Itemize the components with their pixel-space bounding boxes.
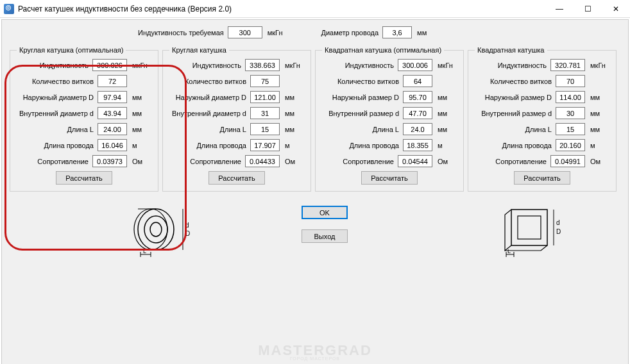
group-title: Круглая катушка	[169, 46, 229, 54]
svg-text:D: D	[185, 230, 190, 237]
required-inductance-input[interactable]	[228, 26, 262, 38]
wire-label: Длина провода	[169, 142, 246, 149]
turns-output[interactable]	[403, 75, 432, 87]
length-output[interactable]	[250, 123, 280, 135]
wire-diameter-input[interactable]	[382, 26, 412, 38]
inductance-label: Индуктивность	[475, 62, 547, 69]
resistance-output[interactable]	[92, 155, 127, 167]
resistance-output[interactable]	[245, 155, 280, 167]
calculate-button[interactable]: Рассчитать	[514, 171, 570, 185]
outer-output[interactable]	[403, 91, 432, 103]
coil-groups: Круглая катушка (оптимальная) Индуктивно…	[10, 46, 620, 192]
outer-label: Наружный размер D	[475, 94, 552, 101]
outer-output[interactable]	[98, 91, 127, 103]
coil-group: Круглая катушка (оптимальная) Индуктивно…	[10, 46, 158, 192]
unit-label: м	[438, 142, 457, 149]
outer-label: Наружный размер D	[322, 94, 399, 101]
unit-label: мм	[132, 126, 151, 133]
turns-output[interactable]	[98, 75, 127, 87]
resistance-label: Сопротивление	[169, 158, 241, 165]
group-title: Квадратная катушка (оптимальная)	[322, 46, 444, 54]
outer-label: Наружный диаметр D	[17, 94, 94, 101]
length-output[interactable]	[98, 123, 127, 135]
titlebar: Расчет катушек индуктивности без сердечн…	[0, 0, 630, 18]
turns-output[interactable]	[556, 75, 585, 87]
wire-label: Длина провода	[17, 142, 94, 149]
turns-output[interactable]	[250, 75, 280, 87]
inner-output[interactable]	[556, 107, 585, 119]
app-icon	[4, 4, 14, 14]
ok-button[interactable]: OK	[302, 206, 348, 219]
unit-label: мкГн	[268, 29, 283, 37]
turns-label: Количество витков	[322, 78, 399, 85]
unit-label: м	[285, 142, 304, 149]
wire-diameter-label: Диаметр провода	[321, 29, 379, 37]
wire-output[interactable]	[556, 139, 585, 151]
length-label: Длина L	[322, 126, 399, 133]
inner-output[interactable]	[250, 107, 280, 119]
svg-rect-12	[518, 216, 541, 239]
svg-point-1	[144, 216, 167, 243]
top-inputs: Индуктивность требуемая мкГн Диаметр про…	[138, 26, 620, 38]
maximize-button[interactable]: ☐	[574, 0, 602, 17]
svg-point-0	[138, 209, 174, 250]
resistance-output[interactable]	[550, 155, 585, 167]
svg-rect-11	[511, 210, 547, 245]
unit-label: мм	[438, 110, 457, 117]
wire-output[interactable]	[403, 139, 432, 151]
unit-label: мм	[438, 94, 457, 101]
resistance-label: Сопротивление	[322, 158, 394, 165]
svg-text:L: L	[507, 248, 511, 254]
unit-label: мм	[438, 126, 457, 133]
coil-group: Квадратная катушка ИндуктивностьмкГн Кол…	[468, 46, 617, 192]
inductance-output[interactable]	[245, 59, 280, 71]
outer-output[interactable]	[250, 91, 280, 103]
wire-output[interactable]	[98, 139, 127, 151]
wire-label: Длина провода	[475, 142, 552, 149]
length-output[interactable]	[403, 123, 432, 135]
inner-label: Внутренний диаметр d	[169, 110, 246, 117]
inductance-output[interactable]	[92, 59, 127, 71]
unit-label: мкГн	[438, 62, 457, 69]
unit-label: мм	[590, 94, 609, 101]
resistance-label: Сопротивление	[17, 158, 89, 165]
group-title: Квадратная катушка	[475, 46, 547, 54]
outer-label: Наружный диаметр D	[169, 94, 246, 101]
unit-label: Ом	[438, 158, 457, 165]
svg-point-3	[134, 209, 167, 250]
length-label: Длина L	[169, 126, 246, 133]
svg-text:d: d	[556, 219, 560, 226]
watermark: MASTERGRAD ГОРОД МАСТЕРОВ	[258, 344, 372, 361]
svg-text:L: L	[143, 248, 146, 254]
outer-output[interactable]	[556, 91, 585, 103]
inductance-output[interactable]	[550, 59, 585, 71]
unit-label: мкГн	[132, 62, 151, 69]
center-buttons: OK Выход	[302, 206, 348, 243]
unit-label: Ом	[590, 158, 609, 165]
round-coil-diagram: d D L	[132, 201, 196, 258]
unit-label: Ом	[285, 158, 304, 165]
inductance-output[interactable]	[398, 59, 432, 71]
window-title: Расчет катушек индуктивности без сердечн…	[18, 4, 232, 13]
close-button[interactable]: ✕	[602, 0, 630, 17]
svg-text:D: D	[556, 228, 561, 235]
wire-output[interactable]	[250, 139, 280, 151]
length-label: Длина L	[17, 126, 94, 133]
unit-label: мкГн	[590, 62, 609, 69]
calculate-button[interactable]: Рассчитать	[209, 171, 264, 185]
group-title: Круглая катушка (оптимальная)	[17, 46, 126, 54]
resistance-output[interactable]	[398, 155, 432, 167]
required-inductance-label: Индуктивность требуемая	[138, 29, 224, 37]
turns-label: Количество витков	[475, 78, 552, 85]
inner-label: Внутренний размер d	[475, 110, 552, 117]
inner-output[interactable]	[403, 107, 432, 119]
unit-label: м	[590, 142, 609, 149]
unit-label: мм	[285, 94, 304, 101]
length-output[interactable]	[556, 123, 585, 135]
resistance-label: Сопротивление	[475, 158, 547, 165]
calculate-button[interactable]: Рассчитать	[56, 171, 112, 185]
minimize-button[interactable]: —	[545, 0, 574, 17]
inner-output[interactable]	[98, 107, 127, 119]
calculate-button[interactable]: Рассчитать	[361, 171, 417, 185]
exit-button[interactable]: Выход	[302, 229, 348, 243]
